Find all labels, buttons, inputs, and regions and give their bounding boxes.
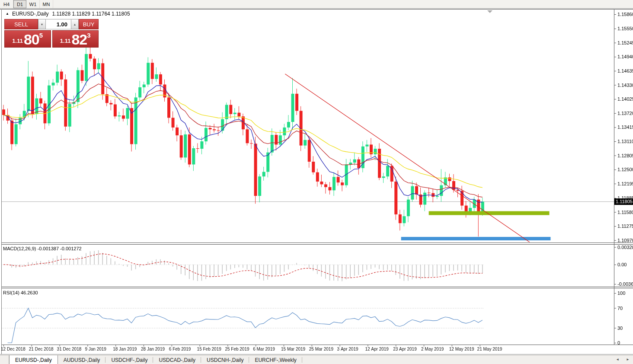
- buy-button[interactable]: BUY: [79, 19, 99, 29]
- tab-eurchf-weekly[interactable]: EURCHF-,Weekly: [249, 355, 302, 364]
- macd-indicator-label: MACD(12,26,9) -0.001387 -0.001272: [3, 246, 82, 251]
- chart-ohlc-values: 1.11828 1.11829 1.11764 1.11805: [52, 11, 130, 17]
- tab-scroll-right-button[interactable]: ►: [626, 358, 630, 361]
- timeframe-h4-button[interactable]: H4: [0, 0, 13, 8]
- rsi-indicator-label: RSI(14) 46.2630: [3, 290, 38, 295]
- buy-price-prefix: 1.11: [60, 36, 71, 46]
- chart-canvas[interactable]: [0, 0, 633, 364]
- sell-price-big: 80: [24, 32, 39, 46]
- sell-price-sup: 5: [39, 32, 43, 38]
- sell-price-prefix: 1.11: [12, 36, 23, 46]
- timeframe-w1-button[interactable]: W1: [26, 0, 40, 8]
- arrow-up-icon: ▲: [74, 23, 77, 26]
- tab-bar-spacer: [0, 355, 9, 364]
- timeframe-mn-button[interactable]: MN: [40, 0, 53, 8]
- one-click-trading-panel: SELL ▼ ▲ BUY 1.11 80 5 1.11 82 3: [4, 19, 99, 48]
- tab-scroll-controls: ◄ ►: [616, 355, 630, 364]
- tab-scroll-left-button[interactable]: ◄: [616, 358, 619, 361]
- tab-eurusd-daily[interactable]: EURUSD-,Daily: [9, 355, 58, 364]
- collapse-trade-panel-icon[interactable]: ▲: [6, 12, 9, 16]
- tab-usdcnh-daily[interactable]: USDCNH-,Daily: [201, 355, 249, 364]
- chart-title: ▲EURUSD-,Daily1.11828 1.11829 1.11764 1.…: [6, 11, 130, 17]
- tab-audusd-daily[interactable]: AUDUSD-,Daily: [58, 355, 106, 364]
- symbol-tab-bar: EURUSD-,Daily AUDUSD-,Daily USDCHF-,Dail…: [0, 355, 633, 364]
- volume-increase-button[interactable]: ▲: [71, 19, 79, 29]
- sell-button[interactable]: SELL: [4, 19, 38, 29]
- arrow-down-icon: ▼: [41, 23, 44, 26]
- timeframe-toolbar: H4 D1 W1 MN: [0, 0, 633, 9]
- volume-input[interactable]: [46, 19, 71, 29]
- buy-price-panel[interactable]: 1.11 82 3: [52, 30, 99, 48]
- chart-symbol-period: EURUSD-,Daily: [12, 11, 49, 17]
- trading-terminal-window: H4 D1 W1 MN ▲EURUSD-,Daily1.11828 1.1182…: [0, 0, 633, 364]
- sell-price-panel[interactable]: 1.11 80 5: [4, 30, 51, 48]
- buy-price-big: 82: [71, 32, 87, 46]
- buy-price-sup: 3: [87, 32, 90, 38]
- tab-usdchf-daily[interactable]: USDCHF-,Daily: [106, 355, 153, 364]
- volume-decrease-button[interactable]: ▼: [38, 19, 46, 29]
- tab-usdcad-daily[interactable]: USDCAD-,Daily: [153, 355, 201, 364]
- timeframe-d1-button[interactable]: D1: [13, 0, 26, 8]
